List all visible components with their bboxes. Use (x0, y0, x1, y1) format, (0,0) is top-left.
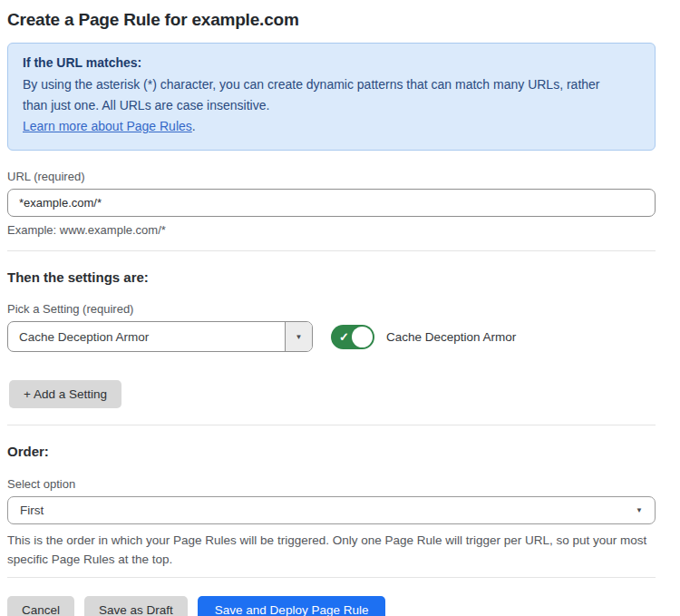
chevron-down-icon: ▼ (636, 506, 643, 514)
chevron-down-icon[interactable]: ▼ (285, 322, 312, 351)
settings-section-heading: Then the settings are: (7, 269, 656, 285)
info-box-heading: If the URL matches: (23, 55, 640, 70)
order-section-heading: Order: (7, 444, 656, 459)
pick-setting-label: Pick a Setting (required) (7, 302, 656, 316)
url-match-info-box: If the URL matches: By using the asteris… (7, 43, 656, 151)
order-dropdown-value: First (20, 504, 44, 517)
add-setting-button[interactable]: + Add a Setting (9, 380, 121, 408)
divider (7, 577, 656, 578)
order-helper-text: This is the order in which your Page Rul… (7, 531, 656, 569)
cancel-button[interactable]: Cancel (7, 596, 74, 616)
url-example-helper: Example: www.example.com/* (7, 223, 656, 237)
divider (7, 425, 656, 425)
info-box-link-line: Learn more about Page Rules. (23, 116, 640, 137)
info-box-body: By using the asterisk (*) character, you… (23, 74, 621, 116)
form-actions: Cancel Save as Draft Save and Deploy Pag… (7, 596, 656, 616)
learn-more-link[interactable]: Learn more about Page Rules (23, 119, 192, 133)
setting-dropdown[interactable]: Cache Deception Armor ▼ (7, 321, 313, 352)
save-as-draft-button[interactable]: Save as Draft (84, 596, 188, 616)
toggle-knob (352, 327, 373, 347)
order-select-label: Select option (7, 477, 656, 491)
setting-row: Cache Deception Armor ▼ ✓ Cache Deceptio… (7, 321, 656, 352)
divider (7, 250, 656, 251)
setting-toggle-label: Cache Deception Armor (386, 330, 516, 344)
page-title: Create a Page Rule for example.com (7, 10, 656, 30)
order-dropdown[interactable]: First ▼ (7, 496, 656, 524)
url-input[interactable] (7, 189, 656, 217)
check-icon: ✓ (339, 331, 349, 343)
setting-toggle[interactable]: ✓ (331, 325, 374, 349)
url-field-label: URL (required) (7, 170, 656, 183)
save-and-deploy-button[interactable]: Save and Deploy Page Rule (198, 596, 386, 616)
create-page-rule-form: Create a Page Rule for example.com If th… (0, 0, 680, 616)
setting-dropdown-value: Cache Deception Armor (8, 322, 285, 351)
link-suffix: . (192, 119, 196, 133)
